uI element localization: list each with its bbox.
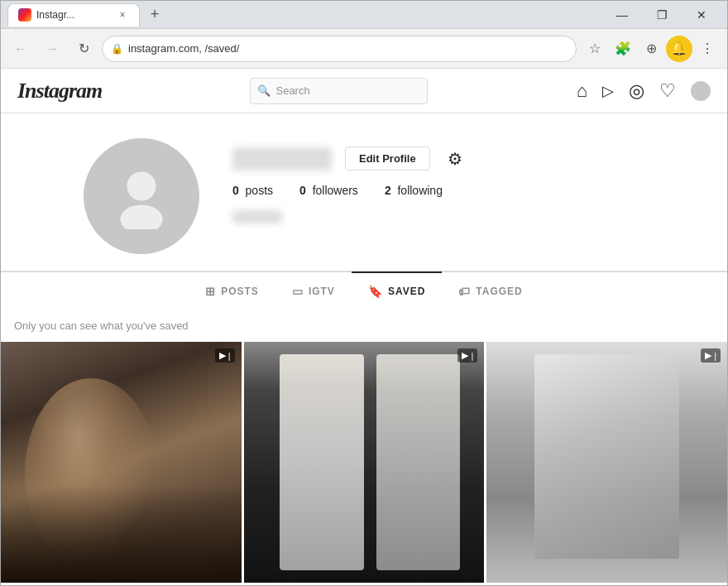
svg-point-0 (127, 171, 156, 200)
video-badge-3: ▶| (701, 348, 721, 363)
page-content: Instagram 🔍 Search ⌂ ▷ ◎ ♡ (1, 69, 727, 585)
tab-tagged[interactable]: 🏷 TAGGED (442, 271, 539, 310)
ig-header: Instagram 🔍 Search ⌂ ▷ ◎ ♡ (1, 69, 727, 113)
user-avatar-small[interactable] (691, 81, 711, 101)
browser-window: Instagr... × + — ❐ ✕ ← → ↻ 🔒 instagram.c… (0, 0, 728, 586)
posts-tab-icon: ⊞ (205, 285, 216, 298)
grid-item-2[interactable]: ▶| (244, 342, 485, 583)
url-text: instagram.com, /saved/ (128, 42, 239, 55)
tab-igtv[interactable]: ▭ IGTV (275, 271, 352, 310)
followers-stat: 0 followers (299, 184, 358, 197)
svg-point-1 (120, 204, 162, 229)
tab-posts[interactable]: ⊞ POSTS (189, 271, 275, 310)
send-icon[interactable]: ▷ (602, 82, 614, 100)
tab-saved[interactable]: 🔖 SAVED (352, 271, 442, 310)
close-button[interactable]: ✕ (682, 2, 721, 28)
following-stat: 2 following (385, 184, 443, 197)
saved-tab-label: SAVED (388, 286, 425, 297)
explore-icon[interactable]: ◎ (629, 80, 644, 102)
toolbar-icons: ☆ 🧩 ⊕ 🔔 ⋮ (582, 36, 721, 62)
saved-notice: Only you can see what you've saved (1, 310, 727, 342)
video-badge-2: ▶| (457, 348, 477, 363)
profile-section: Edit Profile ⚙ 0 posts 0 followers 2 fol… (1, 113, 727, 271)
url-path: /saved/ (205, 42, 240, 55)
avatar-silhouette (108, 163, 175, 229)
settings-icon[interactable]: ⚙ (443, 147, 467, 171)
tab-close-button[interactable]: × (116, 8, 129, 22)
profile-bio (232, 210, 711, 226)
home-icon[interactable]: ⌂ (577, 80, 587, 102)
igtv-tab-label: IGTV (309, 286, 335, 297)
nav-icons: ⌂ ▷ ◎ ♡ (577, 80, 711, 102)
minimize-button[interactable]: — (603, 2, 641, 28)
menu-button[interactable]: ⋮ (694, 36, 721, 62)
profile-stats: 0 posts 0 followers 2 following (232, 184, 711, 197)
saved-tab-icon: 🔖 (368, 285, 383, 298)
tagged-tab-label: TAGGED (476, 286, 522, 297)
search-placeholder: Search (275, 84, 309, 97)
window-controls: — ❐ ✕ (603, 2, 721, 28)
tab-title: Instagr... (36, 9, 74, 21)
active-tab[interactable]: Instagr... × (7, 3, 140, 26)
grid-item-3[interactable]: ▶| (486, 342, 727, 583)
instagram-logo: Instagram (17, 79, 102, 103)
edit-profile-button[interactable]: Edit Profile (345, 146, 430, 171)
profile-info: Edit Profile ⚙ 0 posts 0 followers 2 fol… (232, 138, 711, 226)
search-bar[interactable]: 🔍 Search (250, 78, 428, 104)
tagged-tab-icon: 🏷 (458, 285, 471, 298)
username-row: Edit Profile ⚙ (232, 146, 711, 171)
extensions-button[interactable]: 🧩 (610, 36, 636, 62)
new-tab-button[interactable]: + (143, 3, 166, 26)
search-icon: 🔍 (257, 84, 271, 97)
photo-grid: ▶| ▶| ▶| (1, 342, 727, 583)
profile-avatar[interactable] (84, 138, 199, 254)
notification-button[interactable]: 🔔 (666, 36, 692, 62)
bio-text (232, 210, 282, 223)
url-domain: instagram.com, (128, 42, 202, 55)
profiles-button[interactable]: ⊕ (638, 36, 664, 62)
lock-icon: 🔒 (111, 43, 123, 55)
address-bar: ← → ↻ 🔒 instagram.com, /saved/ ☆ 🧩 ⊕ 🔔 ⋮ (1, 29, 727, 69)
profile-username (232, 147, 332, 171)
posts-tab-label: POSTS (221, 286, 259, 297)
grid-item-1[interactable]: ▶| (1, 342, 242, 583)
star-button[interactable]: ☆ (582, 36, 608, 62)
posts-stat: 0 posts (232, 184, 273, 197)
tab-favicon (18, 8, 31, 22)
heart-icon[interactable]: ♡ (659, 80, 676, 102)
refresh-button[interactable]: ↻ (70, 36, 97, 62)
back-button[interactable]: ← (7, 36, 34, 62)
profile-tabs: ⊞ POSTS ▭ IGTV 🔖 SAVED 🏷 TAGGED (1, 271, 727, 310)
video-badge-1: ▶| (215, 348, 235, 363)
igtv-tab-icon: ▭ (292, 285, 304, 298)
restore-button[interactable]: ❐ (643, 2, 681, 28)
title-bar: Instagr... × + — ❐ ✕ (1, 1, 727, 29)
forward-button[interactable]: → (39, 36, 65, 62)
tab-bar: Instagr... × + (7, 3, 600, 26)
url-bar[interactable]: 🔒 instagram.com, /saved/ (102, 36, 577, 62)
